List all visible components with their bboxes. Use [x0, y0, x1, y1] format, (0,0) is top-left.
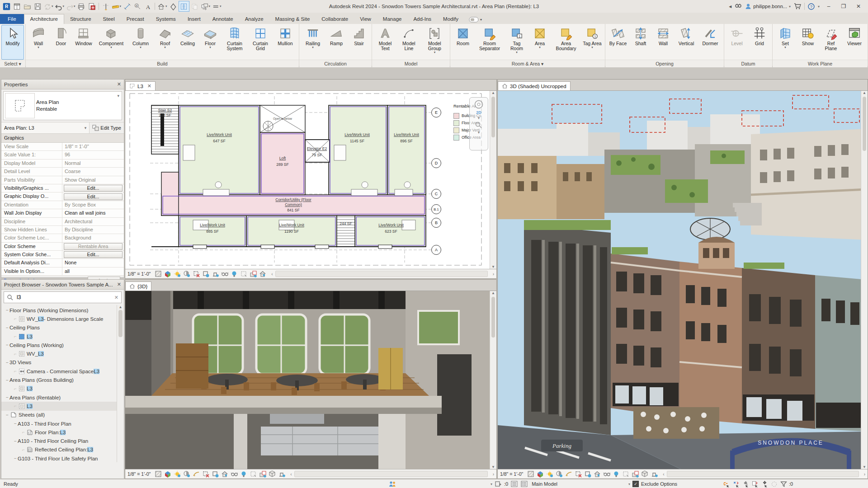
save-icon[interactable]	[33, 1, 42, 11]
tree-item[interactable]: −G103 - Third Floor Life Safety Plan	[1, 454, 124, 462]
help-dropdown[interactable]: ▾	[818, 5, 820, 9]
ref-plane-button[interactable]: Ref Plane	[819, 25, 843, 60]
type-dropdown-icon[interactable]: ▾	[117, 94, 119, 98]
component-button[interactable]: Component▾	[95, 25, 127, 60]
shadow-icon[interactable]	[183, 270, 190, 277]
dormer-button[interactable]: Dormer	[698, 25, 722, 60]
set-button[interactable]: Set▾	[774, 25, 797, 60]
property-value[interactable]: Rentable Area	[62, 243, 124, 250]
tab-architecture[interactable]: Architecture	[24, 14, 64, 24]
tree-item[interactable]: ⌐L3	[1, 385, 124, 393]
tree-item[interactable]: −A103 - Third Floor Plan	[1, 419, 124, 428]
tree-item[interactable]: ⌐Floor Plan: L3	[1, 428, 124, 436]
railing-button[interactable]: Railing▾	[301, 25, 325, 60]
sketch-icon[interactable]	[565, 470, 572, 478]
crop-icon[interactable]	[584, 470, 591, 478]
glasses-icon[interactable]	[221, 270, 228, 277]
tree-item[interactable]: −A110 - Third Floor Ceiling Plan	[1, 436, 124, 445]
property-value[interactable]: Normal	[62, 160, 124, 167]
crop-icon[interactable]	[212, 470, 219, 478]
displace-icon[interactable]	[259, 470, 266, 478]
city-vscrollbar[interactable]: ▲▼	[861, 91, 868, 469]
tree-item[interactable]: −Area Plans (Gross Building)	[1, 375, 124, 384]
shadow-icon[interactable]	[556, 470, 563, 478]
tree-item[interactable]: −3D Views	[1, 358, 124, 367]
tree-item[interactable]: −Ceiling Plans (Working)	[1, 341, 124, 349]
ribbon-toggle-icon[interactable]: ▾	[211, 1, 222, 11]
property-value[interactable]: all	[62, 267, 124, 275]
scroll-right-arrow[interactable]: ›	[493, 472, 494, 477]
tab-3d[interactable]: {3D}	[125, 282, 151, 291]
property-value[interactable]: Edit...	[62, 192, 124, 200]
tab-view[interactable]: View	[354, 14, 377, 24]
view-scale[interactable]: 1/8" = 1'-0"	[127, 471, 151, 477]
filter-icon[interactable]	[779, 480, 788, 488]
detail-icon[interactable]	[155, 270, 162, 277]
stair-button[interactable]: Stair	[348, 25, 370, 60]
detail-icon[interactable]	[527, 470, 534, 478]
vertical-button[interactable]: Vertical	[675, 25, 698, 60]
cropx-icon[interactable]	[193, 270, 200, 277]
modify-options-toggle[interactable]: ▾	[469, 17, 482, 23]
tree-item[interactable]: −Area Plans (Rentable)	[1, 393, 124, 402]
sketch-icon[interactable]	[193, 470, 200, 478]
browser-search-input[interactable]	[16, 294, 112, 301]
project-browser-header[interactable]: Project Browser - Snowdon Towers Sample …	[1, 280, 124, 290]
print-preview-icon[interactable]	[87, 1, 97, 11]
help-icon[interactable]: ?	[808, 3, 815, 10]
house-icon[interactable]	[259, 270, 266, 277]
model-group-button[interactable]: Model Group▾	[421, 25, 448, 60]
bulb-icon[interactable]	[613, 470, 620, 478]
aligned-dim-icon[interactable]	[122, 1, 132, 11]
tree-item[interactable]: −Ceiling Plans	[1, 324, 124, 332]
cube-icon[interactable]	[269, 470, 276, 478]
ramp-button[interactable]: Ramp	[325, 25, 348, 60]
property-value[interactable]: Coarse	[62, 168, 124, 175]
properties-palette-icon[interactable]	[179, 1, 189, 12]
curtain-system-button[interactable]: Curtain System	[222, 25, 248, 60]
tab-analyze[interactable]: Analyze	[239, 14, 269, 24]
glasses-icon[interactable]	[231, 470, 238, 478]
area-button[interactable]: Area▾	[528, 25, 551, 60]
underlay-select-icon[interactable]	[751, 480, 759, 488]
displace-icon[interactable]	[632, 470, 639, 478]
navigation-bar[interactable]: 2D ▾ ▾	[469, 97, 488, 150]
workset-collapse-icon[interactable]: ▾	[491, 482, 492, 486]
tab-file[interactable]: File	[0, 14, 24, 24]
snap-circle-icon[interactable]	[770, 480, 778, 488]
show-button[interactable]: Show	[797, 25, 819, 60]
constrain-icon[interactable]	[278, 470, 285, 478]
move-select-icon[interactable]	[760, 480, 769, 488]
curtain-grid-button[interactable]: Curtain Grid	[248, 25, 273, 60]
edit-type-button[interactable]: Edit Type	[89, 122, 124, 133]
hscroll-track[interactable]	[667, 471, 859, 477]
grid-button[interactable]: Grid	[748, 25, 771, 60]
selbox-icon[interactable]	[240, 270, 247, 277]
floor-plan-canvas[interactable]: EDCB.1BA Live/Work Unit647 SFLive/Work U…	[125, 91, 496, 269]
search-clear-icon[interactable]: ✕	[114, 295, 118, 300]
floor-plan-vscrollbar[interactable]: ▲▼	[490, 91, 496, 269]
house-icon[interactable]	[594, 470, 601, 478]
displace-icon[interactable]	[250, 270, 257, 277]
properties-close-icon[interactable]: ✕	[117, 81, 121, 87]
minimize-button[interactable]: –	[823, 3, 835, 9]
measure-icon[interactable]: ▾	[111, 1, 122, 11]
wall-button[interactable]: Wall	[652, 25, 675, 60]
tree-item[interactable]: ⌐L3	[1, 402, 124, 410]
tag-room-button[interactable]: 1Tag Room▾	[505, 25, 528, 60]
redo-icon[interactable]: ▾	[65, 1, 76, 11]
search-icon[interactable]	[735, 3, 742, 9]
cropx-icon[interactable]	[575, 470, 582, 478]
tag-icon[interactable]: P	[132, 1, 142, 11]
3d-interior-vscrollbar[interactable]: ▲▼	[490, 291, 496, 469]
account-menu[interactable]: philippe.bonn...▾	[745, 3, 791, 9]
property-value[interactable]: Edit...	[62, 251, 124, 258]
tab-steel[interactable]: Steel	[97, 14, 121, 24]
cube-icon[interactable]	[641, 470, 648, 478]
type-selector[interactable]: Area Plan Rentable ▾	[3, 91, 122, 120]
roof-button[interactable]: Roof▾	[154, 25, 176, 60]
drag-elements-icon[interactable]	[732, 480, 740, 488]
area-boundary-button[interactable]: Area Boundary	[551, 25, 581, 60]
tree-item[interactable]: ⌐WV_L3	[1, 349, 124, 358]
open-folder-icon[interactable]	[22, 1, 32, 11]
